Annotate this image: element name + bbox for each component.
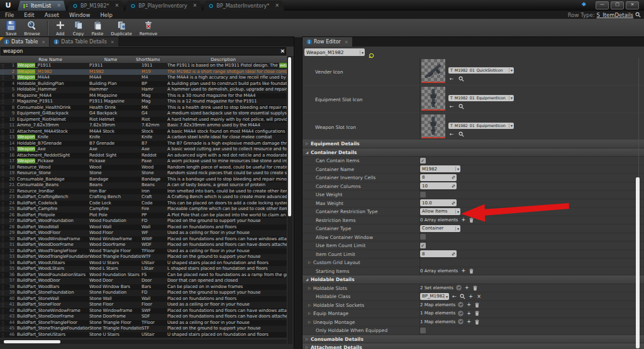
category-container-details[interactable]: ◢Container Details [303, 148, 644, 157]
row-drag-handle[interactable] [0, 170, 5, 177]
property-container-name[interactable]: Container NameM1982▾ [303, 165, 644, 174]
row-drag-handle[interactable] [0, 254, 5, 260]
row-drag-handle[interactable] [0, 302, 5, 308]
category-attachment-details[interactable]: ▷Attachment Details [303, 343, 644, 349]
table-row[interactable]: 27BuildPart_WoodFoundationWood Foundatio… [0, 218, 287, 224]
spinbox-container-columns[interactable]: 10 [420, 182, 457, 189]
texture-thumbnail[interactable] [421, 114, 445, 138]
plus-icon[interactable]: + [466, 302, 472, 308]
column-header-shortname[interactable]: ShortName [136, 57, 160, 62]
table-row[interactable]: 14Holdable_B7GrenadeB7 GrenadeB7The B7 G… [0, 141, 287, 147]
tab-close-icon[interactable]: × [57, 3, 61, 8]
plus-icon[interactable]: + [464, 285, 470, 291]
table-row[interactable]: 5Holdable_HammerHammerHamrA hammer used … [0, 87, 287, 93]
table-row[interactable]: 17Weapon_PickaxePickaxePaxeA worn pickax… [0, 158, 287, 165]
gem-icon[interactable]: ◆ [582, 1, 586, 7]
browse-to-asset-icon[interactable] [458, 104, 464, 109]
combo-container-name[interactable]: M1982▾ [420, 165, 460, 172]
texture-thumbnail[interactable] [421, 59, 445, 83]
combo-container-type[interactable]: Container▾ [420, 225, 460, 232]
table-row[interactable]: 24BuildPart_CodelockCode LockCodeThis ca… [0, 201, 287, 207]
table-row[interactable]: 37BuildPart_WoodDoorWood DoorDoorDoor th… [0, 278, 287, 284]
refresh-icon[interactable] [458, 319, 464, 325]
tab-row-editor[interactable]: Row Editor× [303, 37, 352, 47]
property-allow-container-window[interactable]: Allow Container Window [303, 233, 644, 242]
expander-closed-icon[interactable]: ▷ [308, 311, 311, 315]
minimize-button[interactable]: — [596, 1, 609, 9]
trash-icon[interactable] [474, 319, 480, 325]
row-drag-handle[interactable] [0, 272, 5, 279]
window-tab-itemlist[interactable]: ItemList× [18, 1, 66, 11]
table-row[interactable]: 38BuildPart_WoodBarsWood Window BarsBars… [0, 284, 287, 291]
row-drag-handle[interactable] [0, 278, 5, 284]
property-only-holdable-when-equipped[interactable]: Only Holdable When Equipped [303, 326, 644, 335]
magnifier-icon[interactable] [460, 293, 465, 299]
row-drag-handle[interactable] [0, 99, 5, 105]
use-selected-asset-icon[interactable]: ← [450, 77, 454, 82]
row-drag-handle[interactable] [0, 165, 5, 171]
property-custom-grid-layout[interactable]: ▷Custom Grid Layout [303, 258, 644, 267]
close-button[interactable]: × [626, 1, 639, 9]
table-row[interactable]: 42BuildPart_StoneWindowFrameStone Window… [0, 308, 287, 314]
expander-open-icon[interactable]: ◢ [306, 277, 308, 281]
texture-thumbnail[interactable] [421, 87, 445, 111]
menu-help[interactable]: Help [95, 12, 117, 18]
property-use-item-count-limit[interactable]: Use Item Count Limit✓ [303, 241, 644, 250]
copy-button[interactable]: Copy [69, 19, 88, 37]
table-row[interactable]: 46BuildPart_StoneUStairsStone U StairsUS… [0, 332, 287, 338]
refresh-icon[interactable] [458, 310, 464, 316]
scrollbar-thumb[interactable] [4, 340, 60, 343]
table-row[interactable]: 1Weapon_P1911P19111911The P1911 is based… [0, 63, 287, 69]
plus-icon[interactable]: + [468, 293, 474, 299]
clear-icon[interactable]: × [476, 293, 482, 299]
row-drag-handle[interactable] [0, 284, 5, 291]
property-holdable-class[interactable]: Holdable ClassBP_M1982▾←+× [303, 292, 644, 301]
property-unequip-montage[interactable]: ▷Unequip Montage1 Map elements+ [303, 318, 644, 327]
table-row[interactable]: 25BuildPart_CampfireCampfireFirePlaceabl… [0, 206, 287, 213]
row-drag-handle[interactable] [0, 63, 5, 69]
row-drag-handle[interactable] [0, 182, 5, 189]
table-row[interactable]: 43BuildPart_StoneDoorFrameStone Doorfram… [0, 314, 287, 320]
property-starting-items[interactable]: Starting Items0 Array elements+ [303, 267, 644, 276]
table-row[interactable]: 3Weapon_M4A4M4A4M4The M4A4 is a high acc… [0, 75, 287, 81]
browse-to-asset-icon[interactable] [458, 76, 464, 82]
trash-icon[interactable] [472, 285, 478, 291]
row-drag-handle[interactable] [0, 213, 5, 219]
row-drag-handle[interactable] [0, 248, 5, 255]
combo-holdable-class[interactable]: BP_M1982▾ [420, 293, 449, 300]
table-row[interactable]: 45BuildPart_StoneTriangleFoundationStone… [0, 326, 287, 332]
tab-close-icon[interactable]: × [193, 3, 197, 8]
expander-closed-icon[interactable]: ▷ [306, 141, 308, 145]
table-row[interactable]: 4Holdable_BuildingPlanBuilding PlanBPA b… [0, 81, 287, 87]
row-drag-handle[interactable] [0, 117, 5, 123]
window-tab-bp-masterinventory[interactable]: BP_MasterInventory*× [203, 1, 284, 11]
table-row[interactable]: 15Weapon_AxeAxeAxeA basic wood cutting a… [0, 147, 287, 153]
table-row[interactable]: 12Attachment_M4A4StockM4A4 StockStockA b… [0, 129, 287, 135]
spinbox-max-weight[interactable]: 10.0 [420, 199, 457, 206]
property-holdable-slot-sockets[interactable]: ▷Holdable Slot Sockets2 Map elements+ [303, 301, 644, 310]
expander-closed-icon[interactable]: ▷ [308, 260, 311, 264]
row-drag-handle[interactable] [0, 308, 5, 314]
table-row[interactable]: 6Magazine_M4A4M4 MagazineMagThis is a 30… [0, 93, 287, 99]
table-row[interactable]: 20Consumable_BandageBandageBandageThis i… [0, 177, 287, 183]
row-drag-handle[interactable] [0, 332, 5, 338]
window-tab-bp-m1982[interactable]: BP_M1982*× [67, 1, 124, 11]
table-row[interactable]: 22Resource_IronBarIron BarIronIron smelt… [0, 189, 287, 195]
use-selected-asset-icon[interactable]: ← [450, 104, 454, 109]
row-drag-handle[interactable] [0, 147, 5, 153]
table-row[interactable]: 28BuildPart_WoodWallWood WallWallPlaced … [0, 224, 287, 231]
menu-edit[interactable]: Edit [19, 12, 39, 18]
row-drag-handle[interactable] [0, 260, 5, 267]
column-header-description[interactable]: Description [160, 57, 287, 62]
table-row[interactable]: 44BuildPart_StoneTriangleFloorStone Tria… [0, 320, 287, 326]
row-drag-handle[interactable] [0, 111, 5, 117]
table-row[interactable]: 26BuildPart_PlotpolePlot PolePPA Plot Po… [0, 213, 287, 219]
row-drag-handle[interactable] [0, 201, 5, 207]
combo-container-restriction-type[interactable]: Allow Items▾ [420, 208, 460, 215]
column-header-name[interactable]: Name [86, 57, 136, 62]
tab-data-table[interactable]: Data Table× [0, 37, 49, 47]
paste-button[interactable]: Paste [87, 19, 107, 37]
expander-closed-icon[interactable]: ▷ [306, 345, 308, 349]
scrollbar-thumb[interactable] [288, 57, 291, 216]
table-vertical-scrollbar[interactable] [287, 56, 292, 344]
